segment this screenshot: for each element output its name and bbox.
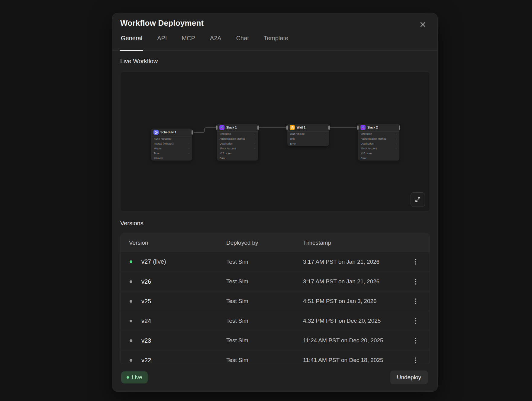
port-handle: [192, 130, 193, 135]
kebab-icon: [415, 318, 416, 319]
expand-icon: [414, 196, 421, 203]
status-badge: Live: [121, 371, 148, 383]
modal-title: Workflow Deployment: [120, 18, 204, 28]
node-field-row: Unit-: [287, 136, 329, 141]
node-field-row: Run Frequency-: [151, 136, 192, 141]
workflow-deployment-modal: Workflow Deployment GeneralAPIMCPA2AChat…: [112, 13, 438, 392]
status-dot-icon: [130, 260, 132, 263]
workflow-node-wait-1[interactable]: Wait 1Wait Amount-Unit-Error: [287, 124, 329, 146]
node-field-row: Wait Amount-: [287, 132, 329, 136]
deployed-by-label: Test Sim: [226, 259, 303, 265]
close-icon: [419, 21, 427, 28]
status-dot-icon: [130, 280, 132, 283]
node-more-row: +6 more: [151, 156, 192, 161]
row-menu-button[interactable]: [411, 355, 421, 364]
slack-icon: [219, 125, 224, 130]
row-menu-button[interactable]: [411, 276, 421, 287]
node-field-row: Interval (Minutes)-: [151, 141, 192, 146]
tab-a2a[interactable]: A2A: [209, 34, 222, 51]
tab-bar: GeneralAPIMCPA2AChatTemplate: [112, 34, 437, 51]
status-dot-icon: [130, 320, 132, 322]
row-menu-button[interactable]: [411, 257, 421, 267]
node-field-row: Destination-: [358, 141, 399, 146]
timestamp-label: 3:17 AM PST on Jan 21, 2026: [303, 259, 402, 265]
port-handle: [328, 126, 330, 130]
expand-canvas-button[interactable]: [411, 192, 425, 207]
version-label: v23: [141, 337, 226, 344]
column-header-timestamp: Timestamp: [303, 240, 430, 246]
table-row[interactable]: v27(live) Test Sim 3:17 AM PST on Jan 21…: [121, 252, 430, 272]
edge-path: [194, 128, 216, 132]
live-workflow-heading: Live Workflow: [120, 58, 158, 65]
tab-general[interactable]: General: [120, 34, 143, 51]
node-field-row: Destination-: [217, 141, 258, 146]
status-badge-label: Live: [132, 374, 142, 381]
versions-heading: Versions: [120, 220, 143, 227]
status-dot-icon: [130, 300, 132, 303]
close-button[interactable]: [418, 20, 427, 29]
deployed-by-label: Test Sim: [226, 298, 303, 305]
table-row[interactable]: v25 Test Sim 4:51 PM PST on Jan 3, 2026: [121, 291, 430, 311]
versions-table: Version Deployed by Timestamp v27(live) …: [120, 233, 430, 364]
timestamp-label: 4:32 PM PST on Dec 20, 2025: [303, 318, 402, 324]
kebab-icon: [415, 279, 416, 280]
version-label: v27(live): [141, 258, 226, 265]
deployed-by-label: Test Sim: [226, 337, 303, 344]
table-row[interactable]: v26 Test Sim 3:17 AM PST on Jan 21, 2026: [121, 272, 430, 291]
node-more-row: +26 more: [217, 151, 258, 156]
node-field-row: Authentication Method-: [217, 136, 258, 141]
tab-api[interactable]: API: [156, 34, 167, 51]
status-dot-icon: [130, 359, 132, 362]
node-field-row: Slack Account-: [358, 146, 399, 151]
tab-chat[interactable]: Chat: [236, 34, 250, 51]
kebab-icon: [415, 357, 416, 359]
undeploy-button[interactable]: Undeploy: [390, 370, 428, 384]
kebab-icon: [415, 298, 416, 300]
clock-icon: [153, 130, 159, 135]
column-header-deployed-by: Deployed by: [226, 240, 303, 246]
timestamp-label: 3:17 AM PST on Jan 21, 2026: [303, 278, 402, 285]
table-header: Version Deployed by Timestamp: [121, 234, 430, 252]
port-handle: [216, 126, 218, 130]
node-error-row: Error: [358, 156, 399, 161]
node-error-row: Error: [287, 141, 329, 146]
version-label: v26: [141, 278, 226, 285]
tab-template[interactable]: Template: [263, 34, 289, 51]
node-field-row: Slack Account-: [217, 146, 258, 151]
table-row[interactable]: v22 Test Sim 11:41 AM PST on Dec 18, 202…: [121, 350, 430, 364]
row-menu-button[interactable]: [411, 316, 421, 326]
node-title: Schedule 1: [160, 131, 176, 134]
workflow-node-schedule-1[interactable]: Schedule 1Run Frequency-Interval (Minute…: [151, 129, 192, 161]
version-label: v24: [141, 318, 226, 324]
workflow-node-slack-1[interactable]: Slack 1Operation-Authentication Method-D…: [217, 124, 258, 161]
kebab-icon: [415, 259, 416, 260]
tab-mcp[interactable]: MCP: [181, 34, 195, 51]
port-handle: [357, 126, 359, 130]
table-row[interactable]: v23 Test Sim 11:24 AM PST on Dec 20, 202…: [121, 331, 430, 350]
slack-icon: [360, 125, 366, 130]
wait-icon: [290, 125, 295, 130]
row-menu-button[interactable]: [411, 335, 421, 346]
port-handle: [286, 126, 288, 130]
node-field-row: Authentication Method-: [358, 136, 399, 141]
status-dot-icon: [130, 339, 132, 342]
node-more-row: +26 more: [358, 151, 399, 156]
version-label: v22: [141, 357, 226, 364]
timestamp-label: 4:51 PM PST on Jan 3, 2026: [303, 298, 402, 305]
workflow-node-slack-2[interactable]: Slack 2Operation-Authentication Method-D…: [358, 124, 399, 161]
node-field-row: Minute-: [151, 146, 192, 151]
live-dot-icon: [127, 376, 129, 379]
node-field-row: Time-: [151, 151, 192, 156]
node-title: Slack 2: [367, 126, 378, 129]
deployed-by-label: Test Sim: [226, 357, 303, 364]
node-title: Slack 1: [226, 126, 237, 129]
timestamp-label: 11:24 AM PST on Dec 20, 2025: [303, 337, 402, 344]
table-row[interactable]: v24 Test Sim 4:32 PM PST on Dec 20, 2025: [121, 311, 430, 331]
workflow-canvas[interactable]: Schedule 1Run Frequency-Interval (Minute…: [120, 71, 430, 212]
modal-footer: Live Undeploy: [112, 364, 437, 391]
row-menu-button[interactable]: [411, 296, 421, 306]
node-error-row: Error: [217, 156, 258, 161]
timestamp-label: 11:41 AM PST on Dec 18, 2025: [303, 357, 402, 364]
node-field-row: Operation-: [217, 132, 258, 136]
version-label: v25: [141, 298, 226, 305]
